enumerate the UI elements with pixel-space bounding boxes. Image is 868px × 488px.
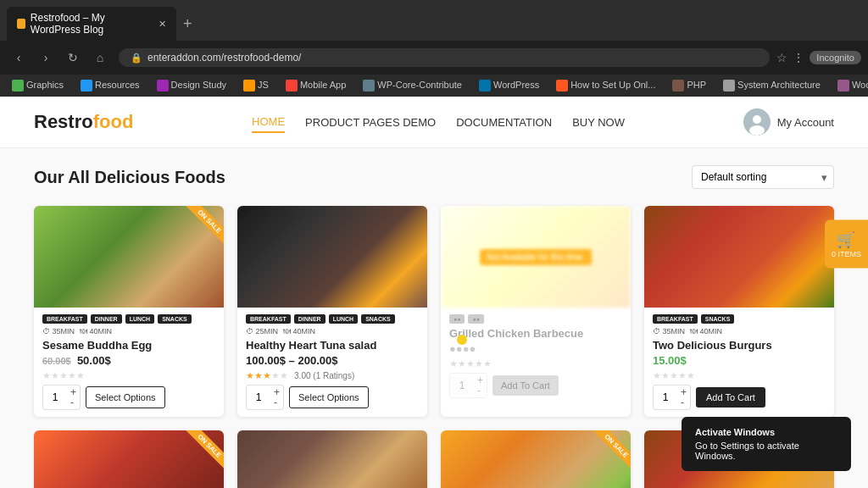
cart-icon: 🛒	[832, 230, 861, 249]
qty-control-1: + -	[42, 385, 81, 410]
account-label: My Account	[777, 116, 834, 129]
product-actions-4: + - Add To Cart	[653, 385, 826, 410]
account-area[interactable]: My Account	[743, 108, 834, 136]
svg-point-2	[749, 125, 765, 136]
browser-actions: ☆ ⋮ Incognito	[776, 51, 861, 64]
qty-control-2: + -	[246, 385, 284, 410]
product-meta-1: ⏱ 35MIN 🍽 40MIN	[42, 327, 215, 336]
tab-title: Restrofood – My WordPress Blog	[31, 12, 153, 36]
nav-product-pages[interactable]: PRODUCT PAGES DEMO	[305, 113, 436, 132]
add-to-cart-btn-4[interactable]: Add To Cart	[696, 387, 765, 408]
new-tab-button[interactable]: +	[180, 15, 196, 33]
tag-snacks-2: SNACKS	[361, 314, 395, 324]
site-logo: Restrofood	[34, 111, 133, 133]
tag-snacks-4: SNACKS	[701, 314, 735, 324]
product-stars-1: ★★★★★	[42, 370, 215, 381]
qty-input-1[interactable]	[43, 388, 67, 407]
notification-body: Go to Settings to activate Windows.	[695, 441, 837, 461]
tag-dinner-2: DINNER	[294, 314, 326, 324]
product-price-1: 60.00$ 50.00$	[42, 354, 215, 367]
tag-lunch-1: LUNCH	[125, 314, 155, 324]
select-options-btn-2[interactable]: Select Options	[289, 386, 369, 408]
add-to-cart-disabled-3: Add To Cart	[492, 375, 559, 396]
product-tags-4: BREAKFAST SNACKS	[653, 314, 826, 324]
bookmark-wordpress[interactable]: WordPress	[474, 78, 544, 93]
bookmark-php[interactable]: PHP	[667, 78, 711, 93]
section-header: Our All Delicious Foods Default sorting …	[34, 165, 834, 189]
product-stars-3: ★★★★★	[449, 358, 622, 369]
windows-notification: Activate Windows Go to Settings to activ…	[682, 417, 851, 471]
product-tags-1: BREAKFAST DINNER LUNCH SNACKS	[42, 314, 215, 324]
qty-stepper-2[interactable]: + -	[270, 385, 283, 409]
star-icon[interactable]: ☆	[776, 51, 787, 64]
qty-input-2[interactable]	[247, 388, 270, 407]
bookmark-wpcore[interactable]: WP-Core-Contribute	[358, 78, 467, 93]
not-available-overlay-3: Not Available for this time.	[441, 206, 631, 308]
tab-close-button[interactable]: ✕	[159, 19, 166, 30]
forward-button[interactable]: ›	[34, 46, 58, 69]
product-body-2: BREAKFAST DINNER LUNCH SNACKS ⏱ 25MIN 🍽 …	[237, 308, 427, 417]
address-bar[interactable]: 🔒 enteraddon.com/restrofood-demo/	[119, 48, 770, 67]
back-button[interactable]: ‹	[7, 46, 31, 69]
bookmark-design[interactable]: Design Study	[152, 78, 231, 93]
product-name-2: Healthy Heart Tuna salad	[246, 339, 419, 352]
bookmark-js[interactable]: JS	[238, 78, 274, 93]
nav-home[interactable]: HOME	[252, 112, 285, 133]
home-button[interactable]: ⌂	[88, 46, 112, 69]
product-name-3: Grilled Chicken Barbecue	[449, 327, 622, 340]
bookmark-mobile-app[interactable]: Mobile App	[281, 78, 351, 93]
browser-tabs: Restrofood – My WordPress Blog ✕ +	[7, 7, 861, 41]
cart-float-button[interactable]: 🛒 0 ITEMS	[825, 220, 868, 269]
tag-disabled-3b: ●●	[468, 314, 483, 324]
time-meta-1: ⏱ 35MIN	[42, 327, 75, 336]
bookmark-woo[interactable]: WooCommerce	[832, 78, 868, 93]
sort-select[interactable]: Default sorting Sort by popularity Sort …	[692, 165, 834, 189]
qty-stepper-1[interactable]: + -	[67, 385, 80, 409]
star-empty: ★★★★★	[42, 370, 85, 380]
product-card-7: ON SALE ⏱ 35MIN 🍽 40MIN ★★★★★	[441, 430, 631, 488]
bookmark-setup[interactable]: How to Set Up Onl...	[551, 78, 660, 93]
servings-meta-4: 🍽 40MIN	[690, 327, 722, 336]
tag-dinner-1: DINNER	[91, 314, 122, 324]
product-card-2: BREAKFAST DINNER LUNCH SNACKS ⏱ 25MIN 🍽 …	[237, 206, 427, 417]
product-price-3: ●●●●	[449, 342, 622, 355]
bookmarks-bar: Graphics Resources Design Study JS Mobil…	[0, 75, 868, 97]
url-text: enteraddon.com/restrofood-demo/	[147, 52, 301, 64]
product-image-2	[237, 206, 427, 308]
tag-breakfast-1: BREAKFAST	[42, 314, 87, 324]
qty-down-4[interactable]: -	[681, 397, 687, 408]
product-actions-1: + - Select Options	[42, 385, 215, 410]
lock-icon: 🔒	[131, 53, 142, 64]
qty-control-3: +-	[449, 373, 487, 398]
nav-documentation[interactable]: DOCUMENTATION	[456, 113, 552, 132]
rating-count-2: 3.00 (1 Ratings)	[294, 371, 354, 380]
tag-breakfast-2: BREAKFAST	[246, 314, 291, 324]
servings-meta-2: 🍽 40MIN	[283, 327, 315, 336]
active-tab[interactable]: Restrofood – My WordPress Blog ✕	[7, 7, 176, 41]
tag-breakfast-4: BREAKFAST	[653, 314, 698, 324]
qty-input-4[interactable]	[654, 388, 677, 407]
not-available-badge-3: Not Available for this time.	[480, 249, 591, 265]
stars-filled-2: ★★★	[246, 370, 271, 380]
select-options-btn-1[interactable]: Select Options	[86, 386, 165, 408]
product-meta-2: ⏱ 25MIN 🍽 40MIN	[246, 327, 419, 336]
nav-buy-now[interactable]: BUY NOW	[572, 113, 625, 132]
reload-button[interactable]: ↻	[61, 46, 85, 69]
qty-stepper-4[interactable]: + -	[677, 385, 690, 409]
bookmark-resources[interactable]: Resources	[75, 78, 145, 93]
stars-empty-4: ★★★★★	[653, 370, 695, 380]
logo-highlight: food	[93, 111, 134, 132]
qty-down-2[interactable]: -	[274, 397, 280, 408]
servings-meta-1: 🍽 40MIN	[80, 327, 112, 336]
site-header: Restrofood HOME PRODUCT PAGES DEMO DOCUM…	[0, 97, 868, 148]
product-stars-2: ★★★★★ 3.00 (1 Ratings)	[246, 370, 419, 381]
product-body-3: ●● ●● Grilled Chicken Barbecue ●●●● ★★★★…	[441, 308, 631, 405]
qty-input-3	[450, 376, 474, 395]
bookmark-graphics[interactable]: Graphics	[7, 78, 69, 93]
tag-disabled-3a: ●●	[449, 314, 465, 324]
menu-icon[interactable]: ⋮	[793, 51, 804, 64]
product-image-6	[237, 430, 427, 488]
qty-down-1[interactable]: -	[70, 397, 76, 408]
bookmark-sysarch[interactable]: System Architecture	[718, 78, 826, 93]
product-body-1: BREAKFAST DINNER LUNCH SNACKS ⏱ 35MIN 🍽 …	[34, 308, 224, 417]
